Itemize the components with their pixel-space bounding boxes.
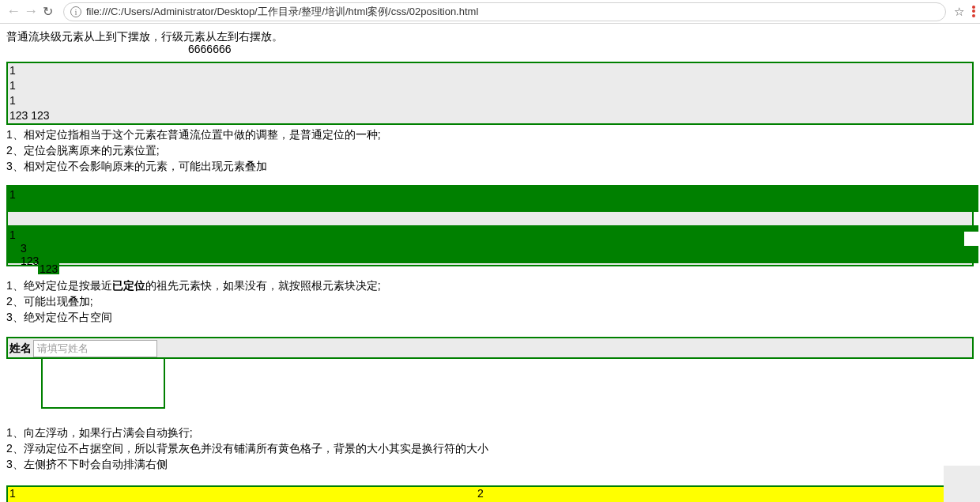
bookmark-star-icon[interactable]: ☆: [954, 5, 964, 19]
normal-flow-line: 1: [8, 93, 972, 108]
note-bold: 已定位: [112, 279, 145, 292]
note-text: 1、绝对定位是按最近: [6, 279, 112, 292]
url-text: file:///C:/Users/Administrator/Desktop/工…: [86, 5, 478, 19]
note-text: 的祖先元素快，如果没有，就按照根元素块决定;: [145, 279, 381, 292]
note-line: 2、定位会脱离原来的元素位置;: [6, 142, 974, 158]
absolute-notes: 1、绝对定位是按最近已定位的祖先元素快，如果没有，就按照根元素块决定; 2、可能…: [6, 277, 974, 326]
relative-demo-box: 1 1 3 123 123: [6, 186, 974, 266]
page-content: 普通流块级元素从上到下摆放，行级元素从左到右摆放。 6666666 1 1 1 …: [0, 24, 980, 502]
note-line: 3、左侧挤不下时会自动排满右侧: [6, 456, 974, 472]
intro-text: 普通流块级元素从上到下摆放，行级元素从左到右摆放。: [6, 28, 974, 44]
reload-button[interactable]: ↻: [43, 4, 57, 19]
name-label: 姓名: [9, 340, 32, 356]
name-form: 姓名: [6, 337, 974, 359]
forward-button[interactable]: →: [24, 3, 38, 20]
float-notes: 1、向左浮动，如果行占满会自动换行; 2、浮动定位不占据空间，所以背景灰色并没有…: [6, 425, 974, 473]
intro-666: 6666666: [188, 43, 232, 55]
float-cell-1: 1: [8, 487, 476, 502]
note-line: 3、绝对定位不占空间: [6, 309, 974, 325]
dropdown-panel: [41, 359, 165, 409]
note-line: 2、可能出现叠加;: [6, 293, 974, 309]
menu-icon[interactable]: [972, 6, 975, 18]
note-line: 3、相对定位不会影响原来的元素，可能出现元素叠加: [6, 158, 974, 174]
note-line: 1、绝对定位是按最近已定位的祖先元素快，如果没有，就按照根元素块决定;: [6, 277, 974, 293]
note-line: 1、相对定位指相当于这个元素在普通流位置中做的调整，是普通定位的一种;: [6, 126, 974, 142]
note-line: 1、向左浮动，如果行占满会自动换行;: [6, 425, 974, 440]
rel-line: 123: [8, 254, 972, 269]
normal-flow-box: 1 1 1 123 123: [6, 62, 974, 125]
name-input[interactable]: [33, 340, 157, 357]
float-cell-2: 2: [476, 487, 944, 502]
browser-toolbar: ← → ↻ i file:///C:/Users/Administrator/D…: [0, 0, 980, 24]
normal-flow-line: 123 123: [8, 108, 972, 123]
note-line: 2、浮动定位不占据空间，所以背景灰色并没有铺满所有黄色格子，背景的大小其实是换行…: [6, 440, 974, 456]
normal-flow-line: 1: [8, 78, 972, 93]
rel-line: 1: [8, 187, 972, 202]
info-icon: i: [70, 6, 81, 17]
corner-stub: [944, 466, 980, 502]
relative-notes: 1、相对定位指相当于这个元素在普通流位置中做的调整，是普通定位的一种; 2、定位…: [6, 126, 974, 175]
normal-flow-line: 1: [8, 63, 972, 78]
float-demo: 1 2: [6, 485, 974, 502]
back-button[interactable]: ←: [6, 3, 21, 20]
address-bar[interactable]: i file:///C:/Users/Administrator/Desktop…: [63, 2, 946, 21]
